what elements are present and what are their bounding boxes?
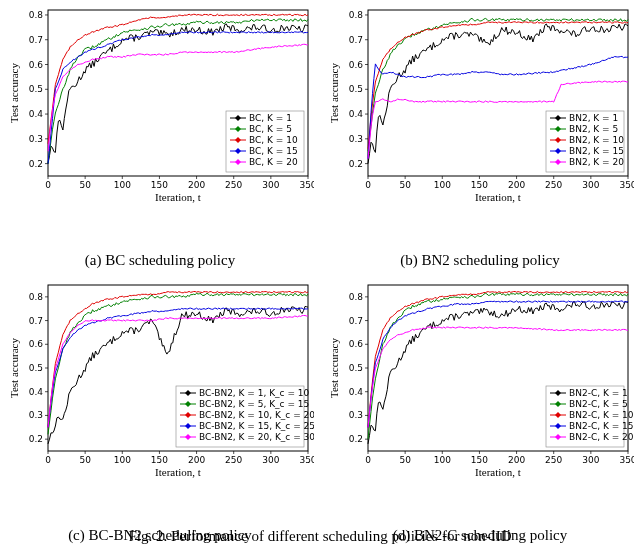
- x-tick: 100: [434, 180, 451, 190]
- chart-grid: 0501001502002503003500.20.30.40.50.60.70…: [0, 0, 640, 545]
- x-tick: 200: [508, 455, 525, 465]
- x-tick: 150: [471, 455, 488, 465]
- y-tick: 0.8: [349, 292, 364, 302]
- legend-entry: BC-BN2, K = 10, K_c = 20: [199, 410, 314, 420]
- legend-entry: BC, K = 20: [249, 157, 298, 167]
- x-tick: 250: [545, 180, 562, 190]
- x-tick: 200: [188, 455, 205, 465]
- x-tick: 200: [508, 180, 525, 190]
- y-axis-label: Test accuracy: [8, 338, 20, 398]
- x-axis-label: Iteration, t: [155, 466, 201, 478]
- x-tick: 250: [225, 180, 242, 190]
- caption-b: (b) BN2 scheduling policy: [320, 250, 640, 275]
- y-tick: 0.3: [349, 410, 363, 420]
- x-tick: 0: [365, 180, 371, 190]
- y-tick: 0.5: [29, 363, 43, 373]
- y-tick: 0.5: [349, 84, 363, 94]
- legend-entry: BC-BN2, K = 1, K_c = 10: [199, 388, 310, 398]
- panel-a: 0501001502002503003500.20.30.40.50.60.70…: [0, 0, 320, 250]
- legend-entry: BN2, K = 15: [569, 146, 624, 156]
- x-axis-label: Iteration, t: [155, 191, 201, 203]
- x-tick: 250: [225, 455, 242, 465]
- y-tick: 0.8: [29, 292, 44, 302]
- x-tick: 350: [299, 455, 314, 465]
- legend-entry: BN2-C, K = 20: [569, 432, 634, 442]
- legend-entry: BC-BN2, K = 20, K_c = 30: [199, 432, 314, 442]
- y-tick: 0.8: [349, 10, 364, 20]
- y-tick: 0.5: [349, 363, 363, 373]
- caption-a: (a) BC scheduling policy: [0, 250, 320, 275]
- x-tick: 300: [262, 180, 279, 190]
- y-tick: 0.7: [349, 35, 363, 45]
- x-tick: 0: [365, 455, 371, 465]
- x-tick: 300: [582, 180, 599, 190]
- legend-entry: BC-BN2, K = 15, K_c = 25: [199, 421, 314, 431]
- y-tick: 0.2: [29, 434, 43, 444]
- x-tick: 300: [582, 455, 599, 465]
- y-tick: 0.4: [349, 387, 364, 397]
- y-tick: 0.3: [29, 410, 43, 420]
- legend-entry: BC-BN2, K = 5, K_c = 15: [199, 399, 309, 409]
- y-axis-label: Test accuracy: [8, 63, 20, 123]
- x-tick: 350: [619, 180, 634, 190]
- legend-entry: BN2, K = 20: [569, 157, 624, 167]
- panel-d: 0501001502002503003500.20.30.40.50.60.70…: [320, 275, 640, 525]
- x-tick: 200: [188, 180, 205, 190]
- legend-entry: BC, K = 1: [249, 113, 292, 123]
- y-tick: 0.3: [29, 134, 43, 144]
- y-tick: 0.4: [29, 109, 44, 119]
- x-axis-label: Iteration, t: [475, 466, 521, 478]
- legend-entry: BC, K = 5: [249, 124, 292, 134]
- x-tick: 100: [434, 455, 451, 465]
- y-tick: 0.2: [349, 159, 363, 169]
- panel-b: 0501001502002503003500.20.30.40.50.60.70…: [320, 0, 640, 250]
- y-tick: 0.5: [29, 84, 43, 94]
- figure-footer: Fig. 2. Performance of different schedul…: [0, 528, 640, 545]
- legend-entry: BN2-C, K = 1: [569, 388, 628, 398]
- x-axis-label: Iteration, t: [475, 191, 521, 203]
- x-tick: 100: [114, 180, 131, 190]
- y-tick: 0.7: [29, 35, 43, 45]
- y-tick: 0.6: [29, 60, 44, 70]
- y-tick: 0.2: [349, 434, 363, 444]
- x-tick: 50: [399, 180, 411, 190]
- legend-entry: BN2-C, K = 15: [569, 421, 634, 431]
- x-tick: 50: [79, 455, 91, 465]
- legend-entry: BC, K = 15: [249, 146, 298, 156]
- x-tick: 350: [619, 455, 634, 465]
- y-tick: 0.4: [349, 109, 364, 119]
- y-tick: 0.8: [29, 10, 44, 20]
- legend-entry: BN2, K = 10: [569, 135, 624, 145]
- legend-entry: BN2, K = 1: [569, 113, 618, 123]
- x-tick: 150: [151, 180, 168, 190]
- x-tick: 300: [262, 455, 279, 465]
- x-tick: 350: [299, 180, 314, 190]
- y-tick: 0.6: [349, 339, 364, 349]
- legend-entry: BN2, K = 5: [569, 124, 618, 134]
- y-tick: 0.7: [349, 316, 363, 326]
- x-tick: 50: [399, 455, 411, 465]
- legend-entry: BN2-C, K = 5: [569, 399, 628, 409]
- y-tick: 0.6: [349, 60, 364, 70]
- panel-c: 0501001502002503003500.20.30.40.50.60.70…: [0, 275, 320, 525]
- y-tick: 0.6: [29, 339, 44, 349]
- y-axis-label: Test accuracy: [328, 338, 340, 398]
- y-tick: 0.3: [349, 134, 363, 144]
- x-tick: 50: [79, 180, 91, 190]
- x-tick: 250: [545, 455, 562, 465]
- x-tick: 150: [471, 180, 488, 190]
- x-tick: 0: [45, 455, 51, 465]
- legend-entry: BC, K = 10: [249, 135, 298, 145]
- y-tick: 0.4: [29, 387, 44, 397]
- y-tick: 0.7: [29, 316, 43, 326]
- x-tick: 0: [45, 180, 51, 190]
- legend-entry: BN2-C, K = 10: [569, 410, 634, 420]
- y-axis-label: Test accuracy: [328, 63, 340, 123]
- x-tick: 150: [151, 455, 168, 465]
- x-tick: 100: [114, 455, 131, 465]
- y-tick: 0.2: [29, 159, 43, 169]
